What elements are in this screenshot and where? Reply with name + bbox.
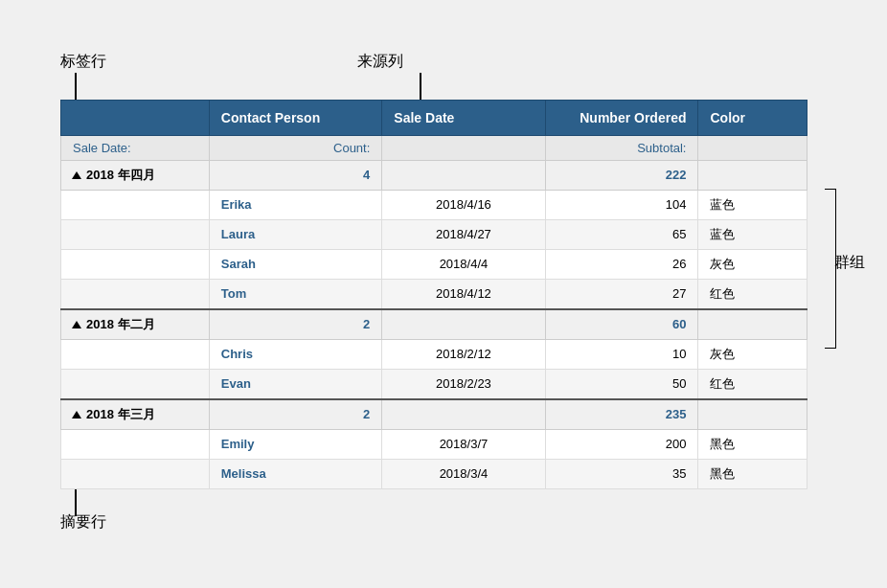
summary-count-label: Count: (209, 135, 382, 160)
row-empty-label (61, 339, 210, 369)
row-name: Melissa (209, 459, 382, 488)
group-label: 2018 年四月 (61, 160, 210, 190)
group-empty-color (698, 309, 807, 340)
row-date: 2018/3/4 (382, 459, 545, 488)
row-empty-label (61, 429, 210, 459)
row-num: 27 (545, 279, 698, 309)
row-date: 2018/3/7 (382, 429, 545, 459)
row-empty-label (61, 279, 210, 309)
data-table: Contact Person Sale Date Number Ordered … (60, 100, 807, 489)
row-num: 50 (545, 369, 698, 399)
arrow-zhaiyaohang (75, 489, 77, 516)
row-color: 灰色 (698, 339, 807, 369)
row-empty-label (61, 190, 210, 219)
row-color: 灰色 (698, 249, 807, 279)
expand-icon[interactable] (72, 321, 81, 328)
group-empty-date (382, 160, 545, 190)
row-date: 2018/2/12 (382, 339, 545, 369)
row-num: 65 (545, 219, 698, 249)
row-num: 35 (545, 459, 698, 488)
row-name: Evan (209, 369, 382, 399)
group-count: 2 (209, 399, 382, 430)
group-label: 2018 年二月 (61, 309, 210, 340)
row-date: 2018/2/23 (382, 369, 545, 399)
expand-icon[interactable] (72, 411, 81, 418)
group-bracket (825, 189, 836, 349)
group-header-row: 2018 年四月 4 222 (61, 160, 807, 190)
row-num: 104 (545, 190, 698, 219)
row-empty-label (61, 249, 210, 279)
annotation-zhaiyaohang: 摘要行 (60, 512, 106, 532)
table-row: Emily 2018/3/7 200 黑色 (61, 429, 807, 459)
row-empty-label (61, 459, 210, 488)
row-date: 2018/4/27 (382, 219, 545, 249)
row-name: Chris (209, 339, 382, 369)
table-row: Sarah 2018/4/4 26 灰色 (61, 249, 807, 279)
header-col-label (61, 100, 210, 135)
group-header-row: 2018 年二月 2 60 (61, 309, 807, 340)
row-empty-label (61, 219, 210, 249)
annotation-qunzu: 群组 (834, 253, 865, 273)
summary-sale-date: Sale Date: (61, 135, 210, 160)
row-color: 黑色 (698, 459, 807, 488)
row-date: 2018/4/12 (382, 279, 545, 309)
annotation-biaoqianhang: 标签行 (60, 52, 106, 72)
header-contact-person: Contact Person (209, 100, 382, 135)
group-empty-date (382, 399, 545, 430)
row-color: 红色 (698, 279, 807, 309)
row-color: 蓝色 (698, 190, 807, 219)
arrow-biaoqianhang (75, 73, 77, 100)
table-row: Evan 2018/2/23 50 红色 (61, 369, 807, 399)
group-header-row: 2018 年三月 2 235 (61, 399, 807, 430)
row-name: Tom (209, 279, 382, 309)
table-row: Melissa 2018/3/4 35 黑色 (61, 459, 807, 488)
row-num: 10 (545, 339, 698, 369)
row-color: 蓝色 (698, 219, 807, 249)
row-date: 2018/4/16 (382, 190, 545, 219)
group-empty-color (698, 399, 807, 430)
table-row: Laura 2018/4/27 65 蓝色 (61, 219, 807, 249)
row-name: Sarah (209, 249, 382, 279)
row-date: 2018/4/4 (382, 249, 545, 279)
group-subtotal: 222 (545, 160, 698, 190)
row-num: 200 (545, 429, 698, 459)
header-sale-date: Sale Date (382, 100, 545, 135)
table-row: Chris 2018/2/12 10 灰色 (61, 339, 807, 369)
row-color: 红色 (698, 369, 807, 399)
group-count: 4 (209, 160, 382, 190)
group-subtotal: 235 (545, 399, 698, 430)
row-name: Laura (209, 219, 382, 249)
group-empty-date (382, 309, 545, 340)
row-color: 黑色 (698, 429, 807, 459)
header-row: Contact Person Sale Date Number Ordered … (61, 100, 807, 135)
row-num: 26 (545, 249, 698, 279)
arrow-laiyuanlie (420, 73, 421, 100)
group-empty-color (698, 160, 807, 190)
annotation-laiyuanlie: 来源列 (357, 52, 403, 72)
row-name: Erika (209, 190, 382, 219)
summary-subtotal-label: Subtotal: (545, 135, 698, 160)
row-empty-label (61, 369, 210, 399)
summary-empty2 (698, 135, 807, 160)
summary-empty (382, 135, 545, 160)
expand-icon[interactable] (72, 171, 81, 179)
summary-row: Sale Date: Count: Subtotal: (61, 135, 807, 160)
group-subtotal: 60 (545, 309, 698, 340)
table-wrapper: 标签行 来源列 摘要行 群组 Contact Person Sale Date … (60, 100, 807, 489)
header-number-ordered: Number Ordered (545, 100, 698, 135)
group-label: 2018 年三月 (61, 399, 210, 430)
group-count: 2 (209, 309, 382, 340)
header-color: Color (698, 100, 807, 135)
table-row: Erika 2018/4/16 104 蓝色 (61, 190, 807, 219)
row-name: Emily (209, 429, 382, 459)
table-row: Tom 2018/4/12 27 红色 (61, 279, 807, 309)
